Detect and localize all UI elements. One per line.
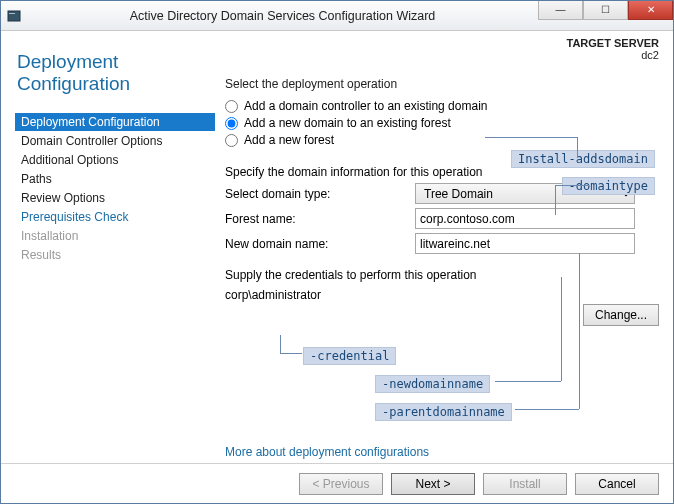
callout-line [280, 335, 281, 353]
radio-add-domain-existing-forest[interactable] [225, 117, 238, 130]
nav-additional-options[interactable]: Additional Options [15, 151, 215, 169]
target-server-value: dc2 [567, 49, 660, 61]
callout-line [577, 137, 578, 157]
previous-button: < Previous [299, 473, 383, 495]
nav-paths[interactable]: Paths [15, 170, 215, 188]
supply-credentials-label: Supply the credentials to perform this o… [225, 268, 659, 282]
domain-type-label: Select domain type: [225, 187, 415, 201]
wizard-nav: Deployment Configuration Domain Controll… [15, 113, 215, 264]
more-about-link[interactable]: More about deployment configurations [225, 445, 429, 459]
radio-label-new-forest: Add a new forest [244, 133, 334, 147]
select-operation-label: Select the deployment operation [225, 77, 659, 91]
nav-prerequisites-check[interactable]: Prerequisites Check [15, 208, 215, 226]
callout-line [579, 253, 580, 409]
install-button: Install [483, 473, 567, 495]
callout-credential: -credential [303, 347, 396, 365]
target-server-label: TARGET SERVER [567, 37, 660, 49]
nav-deployment-configuration[interactable]: Deployment Configuration [15, 113, 215, 131]
radio-label-add-domain: Add a new domain to an existing forest [244, 116, 451, 130]
nav-domain-controller-options[interactable]: Domain Controller Options [15, 132, 215, 150]
window-title: Active Directory Domain Services Configu… [27, 9, 538, 23]
app-icon [1, 1, 27, 31]
forest-name-input[interactable] [415, 208, 635, 229]
callout-line [495, 381, 561, 382]
callout-install-addsdomain: Install-addsdomain [511, 150, 655, 168]
callout-parentdomainname: -parentdomainname [375, 403, 512, 421]
credentials-value: corp\administrator [225, 288, 659, 302]
main-panel: TARGET SERVER dc2 Select the deployment … [225, 37, 659, 463]
callout-newdomainname: -newdomainname [375, 375, 490, 393]
svg-rect-1 [9, 13, 15, 14]
callout-domaintype: -domaintype [562, 177, 655, 195]
cancel-button[interactable]: Cancel [575, 473, 659, 495]
close-button[interactable]: ✕ [628, 0, 673, 20]
radio-label-add-dc: Add a domain controller to an existing d… [244, 99, 487, 113]
callout-line [555, 185, 556, 215]
maximize-button[interactable]: ☐ [583, 0, 628, 20]
page-title: Deployment Configuration [15, 37, 215, 113]
target-server: TARGET SERVER dc2 [567, 37, 660, 61]
nav-installation: Installation [15, 227, 215, 245]
forest-name-label: Forest name: [225, 212, 415, 226]
minimize-button[interactable]: — [538, 0, 583, 20]
svg-rect-0 [8, 11, 20, 21]
change-credentials-button[interactable]: Change... [583, 304, 659, 326]
radio-add-dc-existing-domain[interactable] [225, 100, 238, 113]
callout-line [515, 409, 579, 410]
nav-results: Results [15, 246, 215, 264]
radio-add-new-forest[interactable] [225, 134, 238, 147]
titlebar: Active Directory Domain Services Configu… [1, 1, 673, 31]
nav-review-options[interactable]: Review Options [15, 189, 215, 207]
new-domain-name-label: New domain name: [225, 237, 415, 251]
callout-line [280, 353, 302, 354]
callout-line [555, 185, 589, 186]
wizard-footer: < Previous Next > Install Cancel [1, 463, 673, 503]
new-domain-name-input[interactable] [415, 233, 635, 254]
callout-line [561, 277, 562, 381]
next-button[interactable]: Next > [391, 473, 475, 495]
callout-line [485, 137, 577, 138]
